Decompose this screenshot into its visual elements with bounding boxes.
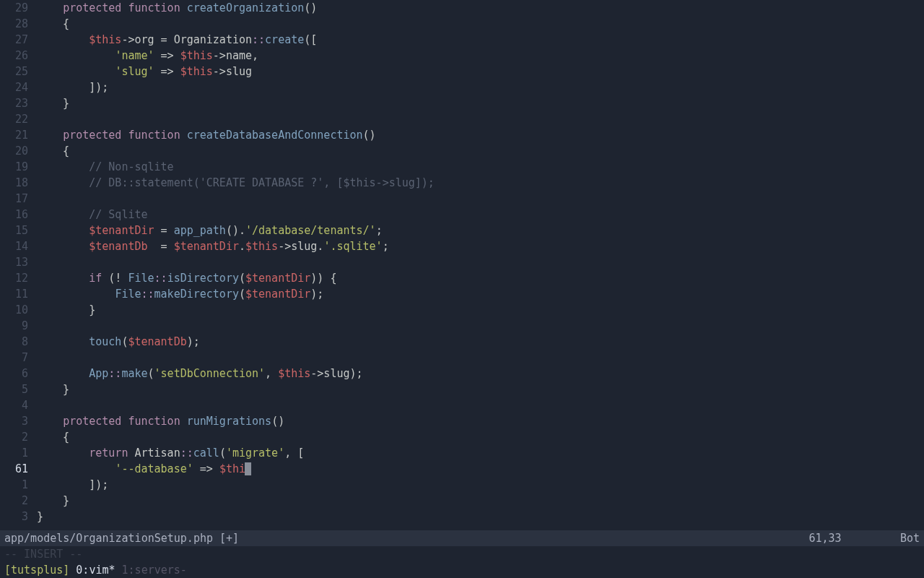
token: ( [239,272,245,285]
token: protected [63,129,121,142]
line-number-gutter: 2928272625242322212019181716151413121110… [0,0,32,530]
code-line[interactable]: 'name' => $this->name, [37,48,924,64]
code-line[interactable]: ]); [37,79,924,95]
code-line[interactable]: { [37,16,924,32]
line-number: 21 [0,127,28,143]
line-number: 3 [0,413,28,429]
code-line[interactable]: if (! File::isDirectory($tenantDir)) { [37,270,924,286]
code-line[interactable]: // Sqlite [37,207,924,223]
status-scroll: Bot [900,532,920,545]
token: function [128,415,180,428]
line-number: 29 [0,0,28,16]
token: // DB::statement('CREATE DATABASE ?', [$… [89,176,435,189]
token: = [148,240,174,253]
tmux-window-0[interactable]: 0:vim* [76,564,115,577]
code-line[interactable]: App::make('setDbConnection', $this->slug… [37,366,924,381]
token: => [154,65,180,78]
code-line[interactable]: protected function createDatabaseAndConn… [37,127,924,143]
token: :: [252,33,265,46]
token: function [128,129,180,142]
line-number: 4 [0,397,28,413]
token [37,33,89,46]
line-number: 24 [0,79,28,95]
code-line[interactable]: protected function runMigrations() [37,413,924,429]
code-line[interactable]: { [37,429,924,445]
token: } [37,303,95,316]
token: Artisan [128,447,180,460]
code-line[interactable]: ]); [37,477,924,493]
token: return [89,447,128,460]
token: File [128,272,154,285]
code-line[interactable]: File::makeDirectory($tenantDir); [37,286,924,302]
tmux-window-1[interactable]: 1:servers- [122,564,187,577]
token: 'migrate' [226,447,284,460]
code-line[interactable]: // Non-sqlite [37,159,924,175]
code-line[interactable] [37,254,924,270]
line-number: 1 [0,445,28,461]
token: ( [148,367,154,380]
line-number: 6 [0,366,28,381]
line-number: 22 [0,111,28,127]
code-line[interactable]: } [37,381,924,397]
code-line[interactable]: } [37,95,924,111]
token: $this [278,367,310,380]
token: make [121,367,147,380]
token: '--database' [115,462,193,475]
line-number: 14 [0,238,28,254]
token: ; [376,224,383,237]
token: '.sqlite' [323,240,382,253]
line-number: 18 [0,175,28,191]
token: $tenantDir [245,272,310,285]
code-line[interactable]: '--database' => $thi [37,461,924,477]
code-line[interactable]: } [37,493,924,509]
token: = [154,224,174,237]
code-line[interactable] [37,191,924,207]
code-line[interactable]: } [37,302,924,318]
text-cursor [245,462,251,475]
token: call [193,447,219,460]
token: function [128,1,180,14]
code-line[interactable]: 'slug' => $this->slug [37,64,924,79]
token: protected [63,1,121,14]
code-line[interactable]: } [37,509,924,525]
editor-viewport[interactable]: 2928272625242322212019181716151413121110… [0,0,924,530]
token: ]); [37,81,108,94]
token: '/database/tenants/' [245,224,376,237]
code-line[interactable]: $this->org = Organization::create([ [37,32,924,48]
token: } [37,494,69,507]
code-line[interactable]: return Artisan::call('migrate', [ [37,445,924,461]
token: $this [180,49,213,62]
token [37,288,115,301]
code-line[interactable]: protected function createOrganization() [37,0,924,16]
tmux-statusline[interactable]: [tutsplus] 0:vim* 1:servers- [0,562,924,578]
code-line[interactable]: $tenantDb = $tenantDir.$this->slug.'.sql… [37,238,924,254]
code-area[interactable]: protected function createOrganization() … [32,0,924,530]
code-line[interactable] [37,318,924,334]
token: if [89,272,102,285]
token [37,447,89,460]
tmux-session[interactable]: [tutsplus] [4,564,69,577]
token: (). [226,224,245,237]
token: isDirectory [167,272,239,285]
token: } [37,510,43,523]
token: $tenantDb [128,335,186,348]
line-number: 23 [0,95,28,111]
code-line[interactable] [37,350,924,366]
token: :: [154,272,167,285]
line-number: 10 [0,302,28,318]
token: runMigrations [187,415,271,428]
code-line[interactable]: // DB::statement('CREATE DATABASE ?', [$… [37,175,924,191]
token [180,415,187,428]
status-pos: 61,33 [808,532,841,545]
token [180,129,187,142]
token: $tenantDir [174,240,239,253]
code-line[interactable] [37,111,924,127]
line-number: 28 [0,16,28,32]
code-line[interactable]: touch($tenantDb); [37,334,924,350]
status-file: app/models/OrganizationSetup.php [+] [4,530,239,546]
code-line[interactable]: { [37,143,924,159]
code-line[interactable] [37,397,924,413]
code-line[interactable]: $tenantDir = app_path().'/database/tenan… [37,223,924,238]
token: app_path [174,224,226,237]
token [37,176,89,189]
